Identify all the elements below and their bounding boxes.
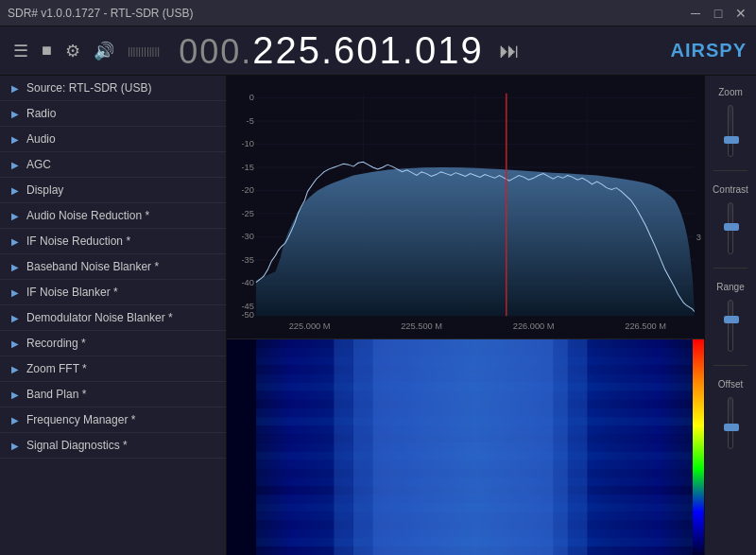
arrow-icon: ▶ [11,262,21,272]
offset-slider-container [709,397,752,449]
arrow-icon: ▶ [11,134,21,145]
svg-text:-50: -50 [241,311,253,321]
zoom-label: Zoom [718,87,743,97]
arrow-icon: ▶ [11,160,21,170]
settings-icon[interactable]: ⚙ [61,37,84,65]
contrast-label: Contrast [713,184,748,195]
arrow-icon: ▶ [11,364,21,374]
sidebar-item-demodulator-noise-blanker[interactable]: ▶ Demodulator Noise Blanker * [0,305,226,331]
divider [713,170,748,171]
svg-text:3: 3 [696,234,701,243]
frequency-display: 000.225.601.019 [179,29,484,72]
svg-text:-5: -5 [247,116,254,126]
arrow-icon: ▶ [11,109,21,119]
arrow-icon: ▶ [11,236,21,247]
sidebar: ▶ Source: RTL-SDR (USB) ▶ Radio ▶ Audio … [0,76,227,555]
signal-meter: |||||||||||| [124,42,163,61]
zoom-slider-track[interactable] [728,105,733,157]
sidebar-item-frequency-manager[interactable]: ▶ Frequency Manager * [0,408,226,433]
sidebar-item-baseband-noise-blanker[interactable]: ▶ Baseband Noise Blanker * [0,254,226,280]
range-slider-track[interactable] [728,300,733,352]
offset-slider-track[interactable] [728,397,733,449]
frequency-prefix: 000. [179,32,252,71]
arrow-icon: ▶ [11,313,21,323]
waterfall-display[interactable] [227,339,704,555]
sidebar-item-label: Band Plan * [26,388,86,401]
arrow-icon: ▶ [11,338,21,349]
sidebar-item-label: Signal Diagnostics * [26,439,128,452]
svg-text:0: 0 [249,94,254,103]
svg-text:225.000 M: 225.000 M [289,322,331,332]
toolbar: ☰ ■ ⚙ 🔊 |||||||||||| 000.225.601.019 ⏭ A… [0,26,756,76]
offset-slider-thumb[interactable] [724,424,739,431]
sidebar-item-label: Baseband Noise Blanker * [26,260,159,273]
svg-rect-60 [373,339,554,555]
svg-text:-20: -20 [241,186,253,196]
menu-icon[interactable]: ☰ [9,37,32,65]
svg-text:226.000 M: 226.000 M [513,322,555,332]
range-slider-container [709,300,752,352]
arrow-icon: ▶ [11,390,21,400]
sidebar-item-label: Zoom FFT * [26,362,87,375]
arrow-icon: ▶ [11,211,21,221]
range-slider-thumb[interactable] [724,316,739,323]
svg-text:-30: -30 [241,233,253,242]
sidebar-item-label: Demodulator Noise Blanker * [26,311,173,324]
svg-text:-45: -45 [241,302,253,311]
zoom-slider-thumb[interactable] [724,136,739,144]
audio-icon[interactable]: 🔊 [90,37,118,65]
sidebar-item-signal-diagnostics[interactable]: ▶ Signal Diagnostics * [0,433,226,459]
spectrum-chart: 0 -5 -10 -15 -20 -25 -30 -35 -40 -45 -50 [227,76,704,338]
sidebar-item-recording[interactable]: ▶ Recording * [0,331,226,356]
svg-text:-25: -25 [241,209,253,218]
sidebar-item-label: IF Noise Reduction * [26,234,130,248]
airspy-logo: AIRSPY [671,40,747,61]
zoom-slider-container [709,105,752,157]
arrow-icon: ▶ [11,415,21,425]
sidebar-item-source[interactable]: ▶ Source: RTL-SDR (USB) [0,76,226,101]
window-controls: ─ □ ✕ [688,6,748,21]
arrow-icon: ▶ [11,185,21,196]
sidebar-item-label: Audio Noise Reduction * [26,209,149,222]
range-label: Range [716,282,744,292]
spectrum-display[interactable]: 0 -5 -10 -15 -20 -25 -30 -35 -40 -45 -50 [227,76,704,339]
sidebar-item-zoom-fft[interactable]: ▶ Zoom FFT * [0,356,226,382]
sidebar-item-display[interactable]: ▶ Display [0,178,226,203]
sidebar-item-radio[interactable]: ▶ Radio [0,101,226,127]
contrast-slider-track[interactable] [728,202,733,254]
waterfall-chart [227,339,704,555]
maximize-button[interactable]: □ [711,6,726,21]
sidebar-item-band-plan[interactable]: ▶ Band Plan * [0,382,226,408]
window-title: SDR# v1.0.0.1727 - RTL-SDR (USB) [8,7,194,20]
sidebar-item-if-noise-reduction[interactable]: ▶ IF Noise Reduction * [0,229,226,254]
contrast-slider-thumb[interactable] [724,223,739,231]
divider [713,268,748,269]
stop-icon[interactable]: ■ [38,37,56,64]
minimize-button[interactable]: ─ [688,6,703,21]
offset-label: Offset [718,379,744,390]
sidebar-item-audio-noise-reduction[interactable]: ▶ Audio Noise Reduction * [0,203,226,229]
arrow-icon: ▶ [11,83,21,94]
sidebar-item-label: Audio [26,132,56,146]
svg-text:-10: -10 [241,140,253,149]
contrast-slider-container [709,202,752,254]
arrow-icon: ▶ [11,287,21,298]
arrow-icon: ▶ [11,441,21,451]
sidebar-item-label: IF Noise Blanker * [26,286,118,299]
sidebar-item-agc[interactable]: ▶ AGC [0,152,226,178]
sidebar-item-if-noise-blanker[interactable]: ▶ IF Noise Blanker * [0,280,226,305]
sidebar-item-audio[interactable]: ▶ Audio [0,127,226,152]
close-button[interactable]: ✕ [733,6,748,21]
sidebar-item-label: Radio [26,107,56,120]
main-layout: ▶ Source: RTL-SDR (USB) ▶ Radio ▶ Audio … [0,76,756,555]
svg-text:-40: -40 [241,279,253,288]
title-bar: SDR# v1.0.0.1727 - RTL-SDR (USB) ─ □ ✕ [0,0,756,26]
svg-text:-35: -35 [241,255,253,265]
content-area: 0 -5 -10 -15 -20 -25 -30 -35 -40 -45 -50 [227,76,704,555]
divider [713,365,748,366]
svg-text:226.500 M: 226.500 M [625,322,666,332]
skip-button[interactable]: ⏭ [499,39,520,63]
frequency-value: 225.601.019 [252,29,483,71]
right-control-panel: Zoom Contrast Range Offset [704,76,756,555]
sidebar-item-label: AGC [26,158,51,171]
